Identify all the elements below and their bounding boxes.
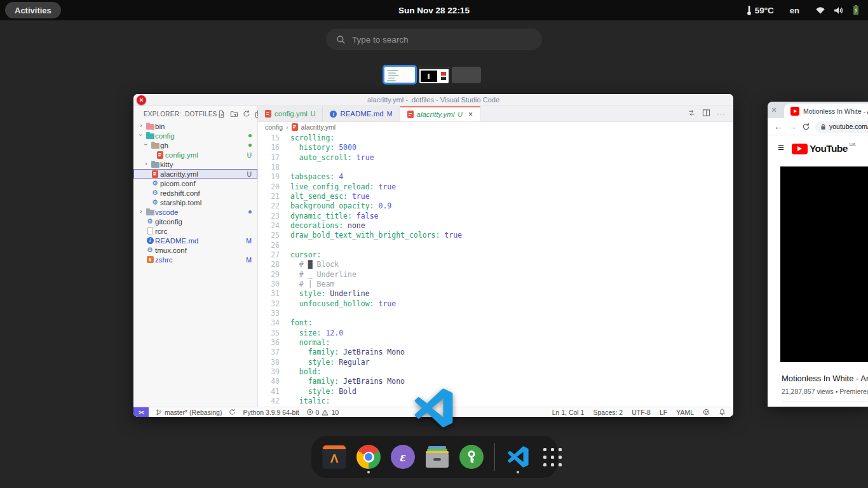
wifi-icon[interactable] bbox=[815, 6, 825, 14]
workspace-thumbnail-video[interactable] bbox=[419, 67, 449, 83]
workspace-thumbnail-active[interactable] bbox=[383, 65, 417, 85]
explorer-item-gh[interactable]: ›gh bbox=[133, 140, 257, 150]
new-file-icon[interactable] bbox=[217, 110, 226, 118]
vscode-titlebar[interactable]: × alacritty.yml - .dotfiles - Visual Stu… bbox=[133, 94, 733, 106]
code-line-37[interactable]: 37 family: JetBrains Mono bbox=[258, 348, 733, 357]
code-line-31[interactable]: 31 style: Underline bbox=[258, 289, 733, 299]
editor-tab-README.md[interactable]: iREADME.mdM bbox=[323, 106, 400, 121]
code-line-43[interactable]: 43 family: JetBrains Mono bbox=[258, 406, 733, 407]
dock-item-alacritty[interactable]: Λ bbox=[320, 439, 348, 475]
volume-icon[interactable] bbox=[834, 6, 844, 15]
indentation-setting[interactable]: Spaces: 2 bbox=[593, 409, 623, 416]
reload-button[interactable] bbox=[802, 123, 810, 131]
code-line-24[interactable]: 24decorations: none bbox=[258, 221, 733, 231]
code-line-33[interactable]: 33 bbox=[258, 309, 733, 318]
battery-charging-icon[interactable] bbox=[853, 5, 859, 15]
forward-button[interactable]: → bbox=[788, 122, 797, 131]
code-line-23[interactable]: 23dynamic_title: false bbox=[258, 212, 733, 221]
editor-tab-alacritty.yml[interactable]: alacritty.ymlU× bbox=[400, 106, 480, 121]
code-line-20[interactable]: 20live_config_reload: true bbox=[258, 182, 733, 192]
code-line-25[interactable]: 25draw_bold_text_with_bright_colors: tru… bbox=[258, 231, 733, 240]
cursor-position[interactable]: Ln 1, Col 1 bbox=[552, 409, 585, 416]
explorer-item-kitty[interactable]: ›kitty bbox=[133, 159, 257, 169]
code-line-41[interactable]: 41 style: Bold bbox=[258, 387, 733, 396]
dock-item-passwords[interactable] bbox=[458, 439, 485, 475]
dock-item-files[interactable] bbox=[423, 439, 451, 475]
code-line-19[interactable]: 19tabspaces: 4 bbox=[258, 172, 733, 182]
chrome-active-tab[interactable]: Motionless In White - A bbox=[784, 104, 868, 118]
explorer-item-redshift.conf[interactable]: ⚙redshift.conf bbox=[133, 188, 257, 198]
editor-code-area[interactable]: 15scrolling:16 history: 500017 auto_scro… bbox=[258, 132, 733, 407]
code-line-36[interactable]: 36 normal: bbox=[258, 338, 733, 348]
eol-setting[interactable]: LF bbox=[660, 409, 667, 416]
sync-button[interactable] bbox=[229, 409, 236, 416]
code-line-17[interactable]: 17 auto_scroll: true bbox=[258, 153, 733, 163]
code-line-18[interactable]: 18 bbox=[258, 163, 733, 172]
code-line-29[interactable]: 29 # _ Underline bbox=[258, 270, 733, 280]
code-line-35[interactable]: 35 size: 12.0 bbox=[258, 329, 733, 338]
explorer-item-config.yml[interactable]: config.ymlU bbox=[133, 150, 257, 159]
language-mode[interactable]: YAML bbox=[676, 409, 694, 416]
workspace-thumbnail-empty[interactable] bbox=[452, 67, 481, 83]
code-line-30[interactable]: 30 # | Beam bbox=[258, 280, 733, 289]
explorer-item-vscode[interactable]: ›vscode bbox=[133, 207, 257, 217]
code-line-27[interactable]: 27cursor: bbox=[258, 250, 733, 260]
breadcrumb-file[interactable]: alacritty.yml bbox=[301, 123, 336, 131]
code-line-42[interactable]: 42 italic: bbox=[258, 396, 733, 406]
new-folder-icon[interactable] bbox=[230, 110, 238, 118]
back-button[interactable]: ← bbox=[774, 122, 783, 131]
code-line-34[interactable]: 34font: bbox=[258, 318, 733, 328]
code-line-40[interactable]: 40 family: JetBrains Mono bbox=[258, 377, 733, 386]
youtube-logo[interactable]: YouTube UA bbox=[792, 142, 856, 154]
keyboard-layout-indicator[interactable]: en bbox=[790, 6, 799, 15]
breadcrumb[interactable]: config › alacritty.yml bbox=[258, 122, 733, 132]
explorer-item-zshrc[interactable]: $zshrcM bbox=[133, 255, 257, 264]
git-branch-status[interactable]: master* (Rebasing) bbox=[156, 409, 222, 416]
more-actions-icon[interactable]: ··· bbox=[717, 110, 726, 118]
split-editor-icon[interactable] bbox=[702, 108, 710, 119]
explorer-item-rcrc[interactable]: rcrc bbox=[133, 226, 257, 236]
explorer-item-bin[interactable]: ›bin bbox=[133, 121, 257, 131]
clock[interactable]: Sun Nov 28 22:15 bbox=[0, 6, 868, 15]
code-line-22[interactable]: 22background_opacity: 0.9 bbox=[258, 201, 733, 211]
explorer-item-tmux.conf[interactable]: ⚙tmux.conf bbox=[133, 245, 257, 255]
chevron-right-icon[interactable]: › bbox=[137, 208, 145, 215]
search-input[interactable]: Type to search bbox=[326, 29, 542, 50]
encoding-setting[interactable]: UTF-8 bbox=[632, 409, 651, 416]
code-line-21[interactable]: 21alt_send_esc: true bbox=[258, 192, 733, 201]
vscode-app-icon[interactable] bbox=[414, 388, 453, 428]
code-line-15[interactable]: 15scrolling: bbox=[258, 133, 733, 143]
code-line-26[interactable]: 26 bbox=[258, 241, 733, 250]
dock-item-chrome[interactable] bbox=[355, 439, 383, 475]
explorer-item-picom.conf[interactable]: ⚙picom.conf bbox=[133, 179, 257, 188]
address-bar[interactable]: youtube.com/wa bbox=[815, 121, 868, 133]
code-line-16[interactable]: 16 history: 5000 bbox=[258, 143, 733, 152]
editor-tab-config.yml[interactable]: config.ymlU bbox=[258, 106, 323, 121]
video-player[interactable] bbox=[780, 166, 868, 362]
explorer-item-README.md[interactable]: iREADME.mdM bbox=[133, 236, 257, 245]
dock-item-emacs[interactable]: ε bbox=[389, 439, 417, 475]
tab-close-icon[interactable]: × bbox=[771, 105, 776, 115]
dock-item-app-grid[interactable] bbox=[538, 439, 566, 475]
code-line-39[interactable]: 39 bold: bbox=[258, 367, 733, 377]
chevron-down-icon[interactable]: › bbox=[142, 142, 150, 149]
explorer-item-alacritty.yml[interactable]: alacritty.ymlU bbox=[133, 169, 257, 179]
chevron-right-icon[interactable]: › bbox=[137, 123, 145, 130]
feedback-icon[interactable] bbox=[703, 409, 710, 416]
dock-item-vscode[interactable] bbox=[504, 439, 532, 475]
open-changes-icon[interactable] bbox=[688, 108, 696, 119]
menu-hamburger-icon[interactable]: ≡ bbox=[778, 142, 784, 154]
code-line-28[interactable]: 28 # █ Block bbox=[258, 260, 733, 269]
explorer-item-config[interactable]: ›config bbox=[133, 131, 257, 140]
python-version[interactable]: Python 3.9.9 64-bit bbox=[243, 409, 299, 416]
window-close-button[interactable]: × bbox=[137, 95, 146, 105]
explorer-item-starship.toml[interactable]: ⚙starship.toml bbox=[133, 198, 257, 207]
explorer-item-gitconfig[interactable]: ⚙gitconfig bbox=[133, 217, 257, 226]
code-line-38[interactable]: 38 style: Regular bbox=[258, 358, 733, 367]
remote-indicator[interactable]: >< bbox=[133, 407, 149, 417]
code-line-32[interactable]: 32 unfocused_hollow: true bbox=[258, 299, 733, 309]
breadcrumb-folder[interactable]: config bbox=[265, 123, 283, 131]
tab-close-icon[interactable]: × bbox=[468, 110, 473, 119]
chevron-down-icon[interactable]: › bbox=[137, 132, 145, 139]
problems-indicator[interactable]: 0 10 bbox=[306, 409, 339, 416]
